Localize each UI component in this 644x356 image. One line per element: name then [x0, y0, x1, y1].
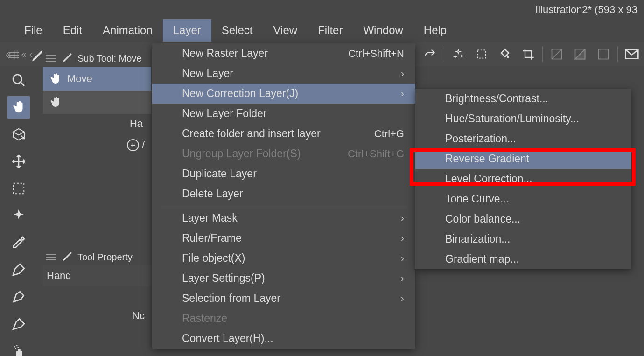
mi-level-correction[interactable]: Level Correction... [415, 169, 631, 189]
hamburger2-icon[interactable] [46, 55, 56, 62]
subtool-move[interactable]: Move [43, 67, 151, 91]
subtool-ha: Ha [43, 114, 151, 130]
mi-new-correction-layer[interactable]: New Correction Layer(J)› [152, 84, 415, 104]
pen3-icon[interactable] [7, 313, 30, 335]
svg-rect-11 [14, 183, 24, 194]
toolprop-hand: Hand [43, 265, 151, 286]
nav-double-left2-icon[interactable]: « [21, 49, 27, 60]
hamburger3-icon[interactable] [46, 253, 56, 261]
subtool-move-label: Move [67, 73, 92, 85]
svg-rect-16 [16, 351, 22, 356]
menu-layer[interactable]: Layer [163, 19, 211, 42]
mi-layer-mask[interactable]: Layer Mask› [152, 208, 415, 228]
mi-ungroup: Ungroup Layer Folder(S)Ctrl+Shift+G [152, 144, 415, 164]
mi-rasterize: Rasterize [152, 308, 415, 328]
sparkle-icon[interactable] [449, 45, 468, 63]
mi-color-balance[interactable]: Color balance... [415, 209, 631, 229]
hand-icon [49, 72, 63, 86]
mi-layer-settings[interactable]: Layer Settings(P)› [152, 268, 415, 288]
menu-animation[interactable]: Animation [92, 19, 163, 42]
svg-point-9 [13, 75, 22, 84]
mi-brightness-contrast[interactable]: Brightness/Contrast... [415, 89, 631, 109]
svg-point-15 [18, 347, 19, 348]
menu-edit[interactable]: Edit [53, 19, 92, 42]
crop-icon[interactable] [519, 45, 538, 63]
mi-tone-curve[interactable]: Tone Curve... [415, 189, 631, 209]
mi-new-layer[interactable]: New Layer› [152, 63, 415, 84]
mi-create-folder-insert[interactable]: Create folder and insert layerCtrl+G [152, 124, 415, 144]
menu-window[interactable]: Window [353, 19, 413, 42]
mi-reverse-gradient[interactable]: Reverse Gradient [415, 149, 631, 169]
mi-convert-layer[interactable]: Convert Layer(H)... [152, 328, 415, 349]
mi-binarization[interactable]: Binarization... [415, 229, 631, 249]
svg-rect-4 [599, 49, 609, 59]
hand2-icon [49, 95, 63, 109]
menu-help[interactable]: Help [413, 19, 457, 42]
spray-icon[interactable] [7, 340, 30, 356]
subtool-hand[interactable] [43, 91, 151, 114]
pen2-icon[interactable] [7, 286, 30, 308]
box-cursor-icon[interactable] [7, 123, 30, 146]
pen-small-icon [60, 51, 74, 65]
marquee-icon[interactable] [7, 177, 30, 200]
mi-hue-saturation[interactable]: Hue/Saturation/Luminosity... [415, 109, 631, 129]
menu-file[interactable]: File [14, 19, 53, 42]
menu-view[interactable]: View [263, 19, 308, 42]
toolprop-header-label: Tool Property [77, 252, 133, 263]
eyedropper-icon[interactable] [7, 231, 30, 254]
pen1-icon[interactable] [7, 258, 30, 281]
menu-filter[interactable]: Filter [308, 19, 353, 42]
mi-new-layer-folder[interactable]: New Layer Folder [152, 104, 415, 124]
wand-icon[interactable] [7, 204, 30, 227]
mi-new-raster-layer[interactable]: New Raster LayerCtrl+Shift+N [152, 43, 415, 63]
mi-gradient-map[interactable]: Gradient map... [415, 249, 631, 269]
selection-icon[interactable] [472, 45, 491, 63]
mi-selection-from-layer[interactable]: Selection from Layer› [152, 288, 415, 308]
svg-point-13 [16, 345, 18, 347]
bucket-icon[interactable] [496, 45, 514, 63]
mi-file-object[interactable]: File object(X)› [152, 248, 415, 268]
tool-sidebar [5, 66, 33, 356]
rect-icon[interactable] [594, 45, 613, 63]
correction-submenu: Brightness/Contrast... Hue/Saturation/Lu… [415, 89, 631, 269]
diag2-icon[interactable] [571, 45, 589, 63]
mi-ruler-frame[interactable]: Ruler/Frame› [152, 228, 415, 248]
magnifier-icon[interactable] [7, 69, 30, 91]
move-arrows-icon[interactable] [7, 150, 30, 173]
svg-line-2 [552, 49, 562, 59]
subtool-header-label: Sub Tool: Move [77, 53, 142, 64]
subtool-panel: Sub Tool: Move Move Ha + / Tool Property… [43, 49, 151, 322]
svg-point-14 [15, 348, 17, 349]
hamburger-icon[interactable] [8, 51, 19, 59]
wrench-icon [61, 251, 73, 263]
svg-point-12 [14, 346, 15, 348]
svg-line-10 [21, 82, 24, 86]
window-title: Illustration2* (593 x 93 [0, 0, 644, 19]
mi-delete-layer[interactable]: Delete Layer [152, 184, 415, 204]
brush-icon[interactable] [28, 49, 44, 65]
mi-posterization[interactable]: Posterization... [415, 129, 631, 149]
mi-duplicate-layer[interactable]: Duplicate Layer [152, 164, 415, 184]
toolprop-nc: Nc [43, 286, 151, 322]
add-icon[interactable]: + [127, 139, 139, 151]
envelope-icon[interactable] [623, 45, 641, 63]
svg-rect-0 [477, 50, 485, 58]
hand-tool-icon[interactable] [7, 96, 30, 119]
add-label: / [142, 139, 145, 151]
layer-dropdown: New Raster LayerCtrl+Shift+N New Layer› … [152, 43, 415, 349]
menu-select[interactable]: Select [211, 19, 263, 42]
diag1-icon[interactable] [547, 45, 566, 63]
svg-rect-17 [18, 349, 21, 351]
redo-icon[interactable] [420, 45, 439, 63]
menubar: File Edit Animation Layer Select View Fi… [0, 19, 644, 42]
menu-separator [161, 206, 407, 206]
